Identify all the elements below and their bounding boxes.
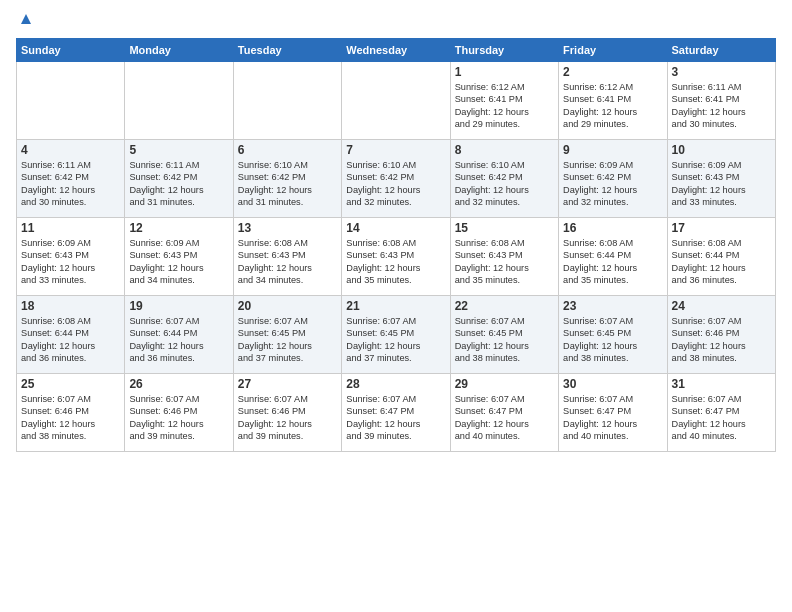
weekday-header-thursday: Thursday — [450, 39, 558, 62]
day-info: Sunrise: 6:09 AMSunset: 6:43 PMDaylight:… — [129, 237, 228, 287]
calendar-cell: 11Sunrise: 6:09 AMSunset: 6:43 PMDayligh… — [17, 218, 125, 296]
day-number: 20 — [238, 299, 337, 313]
calendar-cell: 18Sunrise: 6:08 AMSunset: 6:44 PMDayligh… — [17, 296, 125, 374]
weekday-header-monday: Monday — [125, 39, 233, 62]
calendar-cell: 16Sunrise: 6:08 AMSunset: 6:44 PMDayligh… — [559, 218, 667, 296]
day-info: Sunrise: 6:08 AMSunset: 6:44 PMDaylight:… — [672, 237, 771, 287]
day-info: Sunrise: 6:08 AMSunset: 6:44 PMDaylight:… — [21, 315, 120, 365]
weekday-header-tuesday: Tuesday — [233, 39, 341, 62]
day-number: 17 — [672, 221, 771, 235]
day-info: Sunrise: 6:08 AMSunset: 6:43 PMDaylight:… — [455, 237, 554, 287]
day-info: Sunrise: 6:07 AMSunset: 6:47 PMDaylight:… — [346, 393, 445, 443]
calendar-table: SundayMondayTuesdayWednesdayThursdayFrid… — [16, 38, 776, 452]
page-container: SundayMondayTuesdayWednesdayThursdayFrid… — [0, 0, 792, 612]
day-number: 6 — [238, 143, 337, 157]
day-number: 27 — [238, 377, 337, 391]
weekday-header-friday: Friday — [559, 39, 667, 62]
calendar-cell: 23Sunrise: 6:07 AMSunset: 6:45 PMDayligh… — [559, 296, 667, 374]
calendar-week-5: 25Sunrise: 6:07 AMSunset: 6:46 PMDayligh… — [17, 374, 776, 452]
calendar-cell — [125, 62, 233, 140]
day-info: Sunrise: 6:07 AMSunset: 6:46 PMDaylight:… — [672, 315, 771, 365]
day-info: Sunrise: 6:07 AMSunset: 6:45 PMDaylight:… — [238, 315, 337, 365]
calendar-cell — [342, 62, 450, 140]
day-number: 22 — [455, 299, 554, 313]
day-info: Sunrise: 6:07 AMSunset: 6:45 PMDaylight:… — [455, 315, 554, 365]
day-number: 30 — [563, 377, 662, 391]
day-number: 28 — [346, 377, 445, 391]
day-number: 12 — [129, 221, 228, 235]
calendar-week-1: 1Sunrise: 6:12 AMSunset: 6:41 PMDaylight… — [17, 62, 776, 140]
day-number: 10 — [672, 143, 771, 157]
calendar-cell: 28Sunrise: 6:07 AMSunset: 6:47 PMDayligh… — [342, 374, 450, 452]
logo-icon — [17, 10, 35, 28]
calendar-week-2: 4Sunrise: 6:11 AMSunset: 6:42 PMDaylight… — [17, 140, 776, 218]
calendar-cell: 26Sunrise: 6:07 AMSunset: 6:46 PMDayligh… — [125, 374, 233, 452]
calendar-cell: 30Sunrise: 6:07 AMSunset: 6:47 PMDayligh… — [559, 374, 667, 452]
day-info: Sunrise: 6:07 AMSunset: 6:47 PMDaylight:… — [672, 393, 771, 443]
calendar-cell: 29Sunrise: 6:07 AMSunset: 6:47 PMDayligh… — [450, 374, 558, 452]
calendar-cell: 9Sunrise: 6:09 AMSunset: 6:42 PMDaylight… — [559, 140, 667, 218]
day-number: 5 — [129, 143, 228, 157]
calendar-cell — [233, 62, 341, 140]
day-number: 13 — [238, 221, 337, 235]
day-info: Sunrise: 6:09 AMSunset: 6:43 PMDaylight:… — [672, 159, 771, 209]
calendar-week-4: 18Sunrise: 6:08 AMSunset: 6:44 PMDayligh… — [17, 296, 776, 374]
calendar-cell: 20Sunrise: 6:07 AMSunset: 6:45 PMDayligh… — [233, 296, 341, 374]
calendar-cell: 8Sunrise: 6:10 AMSunset: 6:42 PMDaylight… — [450, 140, 558, 218]
svg-marker-0 — [21, 14, 31, 24]
day-number: 2 — [563, 65, 662, 79]
calendar-cell: 25Sunrise: 6:07 AMSunset: 6:46 PMDayligh… — [17, 374, 125, 452]
calendar-cell: 5Sunrise: 6:11 AMSunset: 6:42 PMDaylight… — [125, 140, 233, 218]
calendar-cell: 7Sunrise: 6:10 AMSunset: 6:42 PMDaylight… — [342, 140, 450, 218]
calendar-cell: 3Sunrise: 6:11 AMSunset: 6:41 PMDaylight… — [667, 62, 775, 140]
day-info: Sunrise: 6:07 AMSunset: 6:47 PMDaylight:… — [455, 393, 554, 443]
day-number: 8 — [455, 143, 554, 157]
day-number: 25 — [21, 377, 120, 391]
day-number: 23 — [563, 299, 662, 313]
calendar-cell: 12Sunrise: 6:09 AMSunset: 6:43 PMDayligh… — [125, 218, 233, 296]
day-number: 31 — [672, 377, 771, 391]
day-info: Sunrise: 6:07 AMSunset: 6:45 PMDaylight:… — [563, 315, 662, 365]
logo — [16, 16, 35, 28]
day-info: Sunrise: 6:07 AMSunset: 6:46 PMDaylight:… — [238, 393, 337, 443]
day-info: Sunrise: 6:12 AMSunset: 6:41 PMDaylight:… — [563, 81, 662, 131]
calendar-cell: 15Sunrise: 6:08 AMSunset: 6:43 PMDayligh… — [450, 218, 558, 296]
calendar-cell: 10Sunrise: 6:09 AMSunset: 6:43 PMDayligh… — [667, 140, 775, 218]
calendar-week-3: 11Sunrise: 6:09 AMSunset: 6:43 PMDayligh… — [17, 218, 776, 296]
day-number: 21 — [346, 299, 445, 313]
day-info: Sunrise: 6:09 AMSunset: 6:43 PMDaylight:… — [21, 237, 120, 287]
day-number: 24 — [672, 299, 771, 313]
day-info: Sunrise: 6:10 AMSunset: 6:42 PMDaylight:… — [238, 159, 337, 209]
day-info: Sunrise: 6:08 AMSunset: 6:44 PMDaylight:… — [563, 237, 662, 287]
day-info: Sunrise: 6:07 AMSunset: 6:45 PMDaylight:… — [346, 315, 445, 365]
weekday-header-row: SundayMondayTuesdayWednesdayThursdayFrid… — [17, 39, 776, 62]
calendar-cell: 22Sunrise: 6:07 AMSunset: 6:45 PMDayligh… — [450, 296, 558, 374]
day-info: Sunrise: 6:09 AMSunset: 6:42 PMDaylight:… — [563, 159, 662, 209]
calendar-cell: 2Sunrise: 6:12 AMSunset: 6:41 PMDaylight… — [559, 62, 667, 140]
day-number: 15 — [455, 221, 554, 235]
calendar-cell: 21Sunrise: 6:07 AMSunset: 6:45 PMDayligh… — [342, 296, 450, 374]
calendar-cell: 31Sunrise: 6:07 AMSunset: 6:47 PMDayligh… — [667, 374, 775, 452]
day-number: 4 — [21, 143, 120, 157]
day-info: Sunrise: 6:07 AMSunset: 6:46 PMDaylight:… — [21, 393, 120, 443]
day-info: Sunrise: 6:10 AMSunset: 6:42 PMDaylight:… — [455, 159, 554, 209]
day-number: 26 — [129, 377, 228, 391]
calendar-cell: 24Sunrise: 6:07 AMSunset: 6:46 PMDayligh… — [667, 296, 775, 374]
day-number: 19 — [129, 299, 228, 313]
calendar-cell: 1Sunrise: 6:12 AMSunset: 6:41 PMDaylight… — [450, 62, 558, 140]
day-info: Sunrise: 6:11 AMSunset: 6:42 PMDaylight:… — [21, 159, 120, 209]
day-info: Sunrise: 6:08 AMSunset: 6:43 PMDaylight:… — [346, 237, 445, 287]
calendar-cell: 13Sunrise: 6:08 AMSunset: 6:43 PMDayligh… — [233, 218, 341, 296]
day-number: 7 — [346, 143, 445, 157]
day-info: Sunrise: 6:08 AMSunset: 6:43 PMDaylight:… — [238, 237, 337, 287]
day-number: 11 — [21, 221, 120, 235]
calendar-cell: 14Sunrise: 6:08 AMSunset: 6:43 PMDayligh… — [342, 218, 450, 296]
calendar-cell: 6Sunrise: 6:10 AMSunset: 6:42 PMDaylight… — [233, 140, 341, 218]
calendar-cell: 27Sunrise: 6:07 AMSunset: 6:46 PMDayligh… — [233, 374, 341, 452]
calendar-cell: 19Sunrise: 6:07 AMSunset: 6:44 PMDayligh… — [125, 296, 233, 374]
weekday-header-wednesday: Wednesday — [342, 39, 450, 62]
calendar-cell: 17Sunrise: 6:08 AMSunset: 6:44 PMDayligh… — [667, 218, 775, 296]
day-info: Sunrise: 6:11 AMSunset: 6:41 PMDaylight:… — [672, 81, 771, 131]
day-number: 29 — [455, 377, 554, 391]
day-info: Sunrise: 6:11 AMSunset: 6:42 PMDaylight:… — [129, 159, 228, 209]
